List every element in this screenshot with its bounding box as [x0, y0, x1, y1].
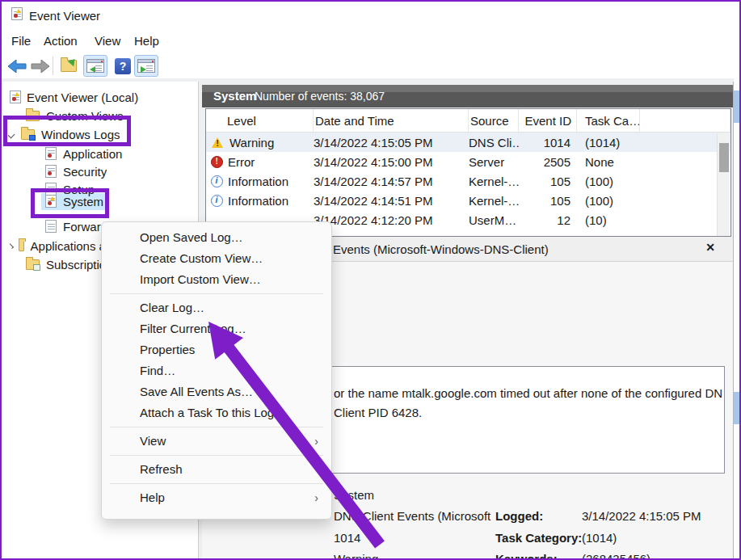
menu-separator: [110, 483, 323, 484]
menu-separator: [110, 455, 323, 456]
window-title: Event Viewer: [29, 9, 100, 23]
info-icon: [211, 175, 223, 187]
toolbar: ?: [2, 53, 739, 78]
info-icon: [211, 195, 223, 207]
results-log-name: System: [213, 89, 256, 103]
menu-item-create-custom-view[interactable]: Create Custom View…: [102, 248, 331, 269]
menu-item-attach-task[interactable]: Attach a Task To this Log…: [102, 402, 331, 423]
event-viewer-window: Event Viewer File Action View Help ?: [0, 0, 741, 560]
help-icon[interactable]: ?: [111, 55, 135, 77]
submenu-chevron-icon: ›: [314, 487, 318, 508]
menu-item-clear-log[interactable]: Clear Log…: [102, 297, 331, 318]
table-scrollbar[interactable]: [717, 133, 730, 236]
tree-root-event-viewer[interactable]: Event Viewer (Local): [10, 88, 138, 106]
column-level[interactable]: Level: [206, 109, 314, 132]
menu-item-properties[interactable]: Properties: [102, 339, 331, 360]
menu-item-view[interactable]: View›: [102, 431, 331, 452]
detail-row: Warning Keywords: (268435456): [202, 552, 733, 560]
menu-item-find[interactable]: Find…: [102, 360, 331, 381]
preview-title: Events (Microsoft-Windows-DNS-Client): [333, 242, 549, 256]
menu-separator: [110, 427, 323, 427]
events-table: Level Date and Time Source Event ID Task…: [205, 108, 731, 237]
results-event-count: Number of events: 38,067: [255, 90, 385, 103]
toolbar-separator: [53, 57, 53, 75]
event-viewer-app-icon: [11, 7, 23, 23]
column-date-time[interactable]: Date and Time: [314, 109, 469, 132]
annotation-box-windows-logs: [3, 116, 131, 146]
menu-item-filter-current-log[interactable]: Filter Current Log…: [102, 318, 331, 339]
table-row[interactable]: Information 3/14/2022 4:14:51 PM Kernel-…: [206, 191, 730, 210]
event-viewer-icon: [10, 91, 21, 103]
chevron-right-icon[interactable]: [10, 243, 14, 249]
menu-view[interactable]: View: [95, 34, 120, 48]
tree-item-security[interactable]: Security: [45, 162, 107, 180]
log-icon: [45, 220, 57, 233]
folder-icon: [19, 241, 24, 251]
results-header: System Number of events: 38,067: [202, 85, 733, 107]
back-icon[interactable]: [5, 55, 29, 77]
log-icon: [45, 147, 57, 160]
menubar: File Action View Help: [2, 29, 739, 53]
tree-item-application[interactable]: Application: [45, 145, 122, 162]
warning-icon: [211, 137, 225, 149]
table-row[interactable]: Warning 3/14/2022 4:15:05 PM DNS Cli… 10…: [206, 133, 730, 152]
folder-icon: [26, 259, 40, 270]
table-header-row: Level Date and Time Source Event ID Task…: [206, 109, 730, 133]
column-source[interactable]: Source: [469, 109, 519, 132]
submenu-chevron-icon: ›: [314, 431, 318, 452]
close-icon[interactable]: ✕: [705, 241, 715, 254]
menu-item-open-saved-log[interactable]: Open Saved Log…: [102, 227, 331, 248]
action-pane-toggle-icon[interactable]: [134, 55, 158, 77]
open-folder-icon[interactable]: [57, 55, 81, 77]
log-icon: [45, 165, 57, 178]
menu-item-refresh[interactable]: Refresh: [102, 459, 331, 480]
context-menu: Open Saved Log… Create Custom View… Impo…: [101, 221, 332, 520]
annotation-box-system: [31, 188, 109, 218]
console-tree-toggle-icon[interactable]: [83, 55, 107, 77]
column-task-category[interactable]: Task Ca…: [577, 109, 640, 132]
menu-item-save-all-events-as[interactable]: Save All Events As…: [102, 381, 331, 402]
menu-action[interactable]: Action: [44, 34, 78, 48]
event-description-line2: Client PID 6428.: [334, 406, 422, 419]
scrollbar-thumb[interactable]: [719, 143, 729, 172]
event-description-line1: or the name mtalk.google.com timed out a…: [334, 386, 722, 400]
column-event-id[interactable]: Event ID: [519, 109, 577, 132]
error-icon: [211, 156, 223, 168]
forward-icon[interactable]: [28, 55, 53, 77]
menu-file[interactable]: File: [11, 34, 31, 48]
titlebar: Event Viewer: [2, 2, 739, 29]
menu-help[interactable]: Help: [134, 34, 159, 48]
detail-row: 1014 Task Category: (1014): [202, 531, 733, 547]
menu-item-help[interactable]: Help›: [102, 487, 331, 508]
column-filler: [640, 109, 730, 132]
menu-separator: [110, 293, 323, 294]
actions-pane-sliver: [734, 78, 740, 560]
menu-item-import-custom-view[interactable]: Import Custom View…: [102, 269, 331, 290]
table-row[interactable]: Error 3/14/2022 4:15:00 PM Server 2505 N…: [206, 152, 730, 171]
event-description-box: or the name mtalk.google.com timed out a…: [327, 366, 725, 474]
table-row[interactable]: Information 3/14/2022 4:14:57 PM Kernel-…: [206, 171, 730, 191]
